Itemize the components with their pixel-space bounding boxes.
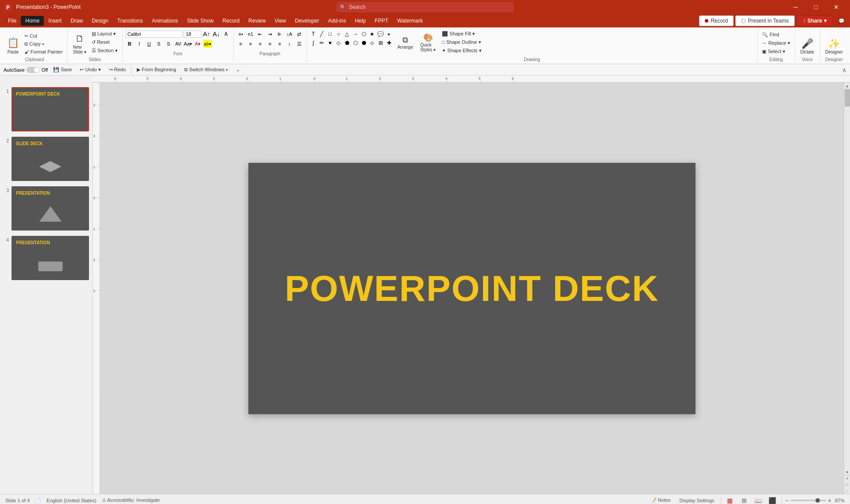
align-left-button[interactable]: ≡: [236, 40, 245, 48]
shape-octagon-icon[interactable]: ⬣: [360, 39, 368, 47]
highlight-button[interactable]: ab▾: [203, 40, 212, 48]
from-beginning-button[interactable]: ▶ From Beginning: [134, 66, 179, 73]
align-right-button[interactable]: ≡: [256, 40, 265, 48]
font-color-button[interactable]: A▾: [193, 40, 202, 48]
slide-thumbnail-4[interactable]: 4 PRESENTATION: [2, 235, 91, 281]
increase-font-size-button[interactable]: A↑: [202, 30, 211, 38]
redo-button[interactable]: ↪ Redo: [106, 66, 128, 73]
shape-hexagon-icon[interactable]: ⬡: [352, 39, 359, 47]
normal-view-button[interactable]: ▦: [725, 496, 735, 504]
maximize-button[interactable]: □: [806, 0, 826, 14]
slide-sorter-button[interactable]: ⊞: [739, 496, 750, 504]
scroll-zoom-out[interactable]: -: [844, 488, 850, 494]
menu-developer[interactable]: Developer: [290, 16, 324, 26]
shape-rtriangle-icon[interactable]: △: [343, 30, 351, 38]
change-case-button[interactable]: Aa▾: [184, 40, 193, 48]
slide-show-button[interactable]: ⬛: [767, 496, 778, 504]
format-painter-button[interactable]: 🖌 Format Painter: [23, 48, 65, 55]
search-bar[interactable]: 🔍 Search: [336, 2, 514, 12]
menu-home[interactable]: Home: [21, 16, 44, 26]
menu-insert[interactable]: Insert: [44, 16, 66, 26]
columns-button[interactable]: ⫸: [275, 30, 284, 38]
reading-view-button[interactable]: 📖: [753, 496, 764, 504]
shape-block-icon[interactable]: ⊞: [377, 39, 385, 47]
close-button[interactable]: ✕: [826, 0, 846, 14]
arrange-button[interactable]: ⧉ Arrange: [395, 30, 416, 55]
new-slide-button[interactable]: 🗋 NewSlide ▾: [70, 33, 89, 55]
shape-text-icon[interactable]: T: [309, 30, 317, 38]
minimize-button[interactable]: ─: [785, 0, 806, 14]
scroll-thumb[interactable]: [845, 89, 850, 107]
menu-design[interactable]: Design: [87, 16, 112, 26]
ribbon-collapse-button[interactable]: ∧: [842, 66, 846, 73]
shape-smiley-icon[interactable]: ☺: [368, 39, 376, 47]
justify-button[interactable]: ≡: [266, 40, 274, 48]
shape-outline-button[interactable]: □ Shape Outline ▾: [440, 38, 483, 46]
dictate-button[interactable]: 🎤 Dictate: [798, 37, 817, 55]
align-center-button[interactable]: ≡: [246, 40, 255, 48]
menu-draw[interactable]: Draw: [66, 16, 87, 26]
autosave-switch[interactable]: [27, 67, 40, 73]
designer-button[interactable]: ✨ Designer: [823, 37, 846, 55]
menu-review[interactable]: Review: [244, 16, 270, 26]
numbering-button[interactable]: ≡1: [246, 30, 255, 38]
shape-callout-icon[interactable]: 💬: [377, 30, 385, 38]
menu-fppt[interactable]: FPPT: [370, 16, 393, 26]
menu-file[interactable]: File: [4, 16, 21, 26]
menu-help[interactable]: Help: [351, 16, 371, 26]
display-settings-button[interactable]: Display Settings: [677, 497, 717, 504]
paste-button[interactable]: 📋 Paste: [4, 36, 22, 55]
line-spacing-button[interactable]: ↕: [285, 40, 294, 48]
switch-windows-button[interactable]: ⧉ Switch Windows ▾: [182, 66, 231, 73]
scroll-fit-page[interactable]: □: [844, 481, 850, 488]
save-button[interactable]: 💾 Save: [50, 66, 74, 73]
select-button[interactable]: ▣ Select ▾: [760, 48, 787, 55]
shape-line-icon[interactable]: ╱: [318, 30, 326, 38]
notes-button[interactable]: 📝 Notes: [648, 496, 673, 504]
char-spacing-button[interactable]: AV: [174, 40, 183, 48]
menu-watermark[interactable]: Watermark: [393, 16, 427, 26]
zoom-in-button[interactable]: +: [828, 497, 831, 504]
zoom-level[interactable]: 87%: [835, 498, 845, 503]
menu-addins[interactable]: Add-ins: [324, 16, 351, 26]
menu-slideshow[interactable]: Slide Show: [182, 16, 218, 26]
shadow-button[interactable]: S: [164, 40, 173, 48]
replace-button[interactable]: ↔ Replace ▾: [760, 39, 792, 47]
share-button[interactable]: ↑ Share ▾: [796, 15, 833, 26]
shape-heart-icon[interactable]: ♥: [326, 39, 334, 47]
copy-button[interactable]: ⧉ Copy ▾: [23, 40, 65, 48]
shape-fill-button[interactable]: ⬛ Shape Fill ▾: [440, 30, 483, 38]
scroll-down-button[interactable]: ▼: [844, 469, 850, 475]
present-in-teams-button[interactable]: ⬡ Present in Teams: [735, 15, 795, 26]
shape-curve-icon[interactable]: ∫: [309, 39, 317, 47]
accessibility-status[interactable]: ⚠ Accessibility: Investigate: [102, 497, 160, 503]
shape-effects-button[interactable]: ✦ Shape Effects ▾: [440, 47, 483, 54]
shape-pentagon-icon[interactable]: ⬠: [360, 30, 368, 38]
comments-button[interactable]: 💬: [837, 17, 846, 25]
section-button[interactable]: ☰ Section ▾: [90, 47, 120, 54]
shape-rect-icon[interactable]: □: [326, 30, 334, 38]
shape-star-icon[interactable]: ★: [368, 30, 376, 38]
bold-button[interactable]: B: [125, 40, 134, 48]
menu-view[interactable]: View: [270, 16, 290, 26]
menu-record[interactable]: Record: [218, 16, 244, 26]
customize-toolbar-button[interactable]: ⌄: [233, 66, 243, 73]
increase-indent-button[interactable]: ⇥: [266, 30, 274, 38]
menu-transitions[interactable]: Transitions: [113, 16, 147, 26]
align-justify-button[interactable]: ≡: [275, 40, 284, 48]
find-button[interactable]: 🔍 Find: [760, 31, 780, 38]
clear-format-button[interactable]: Ā: [222, 30, 231, 38]
slide-thumbnail-3[interactable]: 3 PRESENTATION: [2, 185, 91, 231]
zoom-slider[interactable]: [791, 500, 826, 501]
record-button[interactable]: Record: [699, 15, 734, 26]
decrease-indent-button[interactable]: ⇤: [256, 30, 265, 38]
slide-thumbnail-2[interactable]: 2 SLIDE DECK: [2, 136, 91, 182]
quick-styles-button[interactable]: 🎨 QuickStyles ▾: [417, 30, 438, 55]
underline-button[interactable]: U: [145, 40, 154, 48]
italic-button[interactable]: I: [135, 40, 144, 48]
font-name-input[interactable]: [125, 31, 183, 38]
shape-diamond-icon[interactable]: ◇: [335, 39, 343, 47]
layout-button[interactable]: ▤ Layout ▾: [90, 30, 120, 38]
main-slide[interactable]: POWERPOINT DECK: [248, 163, 695, 414]
shape-freeform-icon[interactable]: ✏: [318, 39, 326, 47]
